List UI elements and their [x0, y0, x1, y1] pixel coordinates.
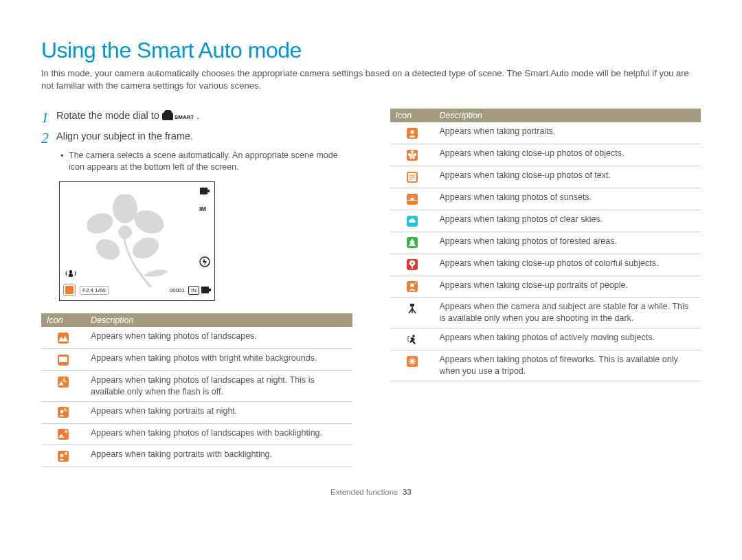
selected-scene-highlight [63, 284, 76, 296]
scene-icon-cell [390, 254, 434, 276]
scene-description: Appears when taking portraits with backl… [85, 445, 352, 467]
scene-description: Appears when taking close-up photos of t… [434, 166, 701, 188]
macro-text-icon [407, 172, 418, 183]
night-land-icon [58, 377, 69, 388]
svg-rect-11 [69, 270, 72, 274]
svg-point-30 [413, 153, 416, 156]
svg-rect-7 [200, 188, 207, 194]
step-1: 1 Rotate the mode dial to SMART . [41, 109, 352, 125]
scene-description: Appears when the camera and subject are … [434, 298, 701, 328]
step-1-text: Rotate the mode dial to SMART . [56, 109, 199, 121]
scene-description: Appears when taking photos of forested a… [434, 232, 701, 254]
svg-rect-48 [410, 304, 414, 306]
scene-icon-cell [41, 370, 85, 401]
svg-point-46 [410, 283, 414, 287]
table-row: Appears when the camera and subject are … [390, 298, 701, 328]
landscape-icon [58, 333, 69, 344]
scene-description: Appears when taking photos of actively m… [434, 328, 701, 350]
scene-description: Appears when taking photos of landscapes… [85, 370, 352, 401]
scene-icon-table-right: Icon Description Appears when taking por… [390, 109, 701, 381]
scene-description: Appears when taking portraits at night. [85, 401, 352, 423]
backlight-land-icon [58, 429, 69, 440]
night-portrait-icon [58, 407, 69, 418]
anti-shake-icon [65, 268, 76, 281]
table-row: Appears when taking photos of actively m… [390, 328, 701, 350]
scene-icon-cell [390, 188, 434, 210]
th-icon: Icon [41, 313, 85, 327]
svg-point-25 [65, 452, 67, 455]
svg-rect-14 [209, 289, 211, 291]
svg-rect-45 [412, 265, 413, 269]
step-1-text-b: . [196, 110, 199, 121]
scene-icon-cell [390, 210, 434, 232]
svg-point-47 [415, 282, 416, 284]
svg-rect-16 [59, 362, 67, 363]
page-footer: Extended functions 33 [41, 488, 701, 496]
left-column: 1 Rotate the mode dial to SMART . 2 Al [41, 109, 352, 467]
bullet-marker: • [60, 150, 69, 173]
close-portrait-icon [407, 281, 418, 292]
th-icon: Icon [390, 109, 434, 122]
scene-description: Appears when taking close-up photos of c… [434, 254, 701, 276]
svg-rect-13 [201, 287, 209, 293]
table-row: Appears when taking photos of landscapes… [41, 423, 352, 445]
svg-point-33 [412, 156, 415, 159]
svg-point-65 [411, 360, 413, 362]
svg-line-42 [409, 197, 410, 198]
page-title: Using the Smart Auto mode [41, 38, 701, 63]
footer-page-number: 33 [403, 488, 412, 496]
battery-full-icon [201, 287, 211, 293]
portrait-icon [407, 128, 418, 139]
tripod-icon [407, 303, 418, 314]
scene-icon-table-left: Icon Description Appears when taking pho… [41, 313, 352, 467]
th-description: Description [85, 313, 352, 327]
scene-description: Appears when taking photos of sunsets. [434, 188, 701, 210]
svg-point-18 [65, 377, 68, 381]
lcd-bottom-bar: F2.4 1/60 00001 IN [63, 284, 211, 296]
step-2-bullet: • The camera selects a scene automatical… [60, 150, 352, 173]
table-row: Appears when taking close-up photos of o… [390, 144, 701, 166]
table-row: Appears when taking portraits at night. [41, 401, 352, 423]
table-row: Appears when taking photos with bright w… [41, 349, 352, 371]
step-2-bullet-text: The camera selects a scene automatically… [69, 150, 352, 173]
svg-point-4 [129, 234, 162, 262]
manual-page: Using the Smart Auto mode In this mode, … [0, 0, 742, 510]
right-column: Icon Description Appears when taking por… [390, 109, 701, 467]
table-row: Appears when taking close-up photos of t… [390, 166, 701, 188]
scene-description: Appears when taking photos of clear skie… [434, 210, 701, 232]
svg-point-6 [87, 210, 116, 237]
scene-icon-cell [41, 445, 85, 467]
intro-text: In this mode, your camera automatically … [41, 67, 701, 92]
table-row: Appears when taking photos of clear skie… [390, 210, 701, 232]
fireworks-icon [407, 356, 418, 367]
svg-point-5 [92, 235, 123, 264]
scene-icon-cell [390, 298, 434, 328]
frame-counter: 00001 [170, 287, 185, 293]
svg-line-43 [414, 197, 416, 198]
svg-point-31 [407, 153, 411, 156]
scene-icon-cell [390, 276, 434, 298]
scene-description: Appears when taking close-up photos of o… [434, 144, 701, 166]
lcd-illustration: IM F2.4 1/60 00001 IN [59, 181, 215, 301]
forest-icon [407, 237, 418, 248]
svg-point-27 [410, 130, 414, 133]
action-icon [407, 334, 418, 345]
scene-icon-cell [390, 232, 434, 254]
scene-description: Appears when taking photos with bright w… [85, 349, 352, 371]
svg-rect-40 [407, 200, 417, 201]
flash-off-icon [199, 256, 210, 267]
exposure-readout: F2.4 1/60 [80, 286, 109, 295]
scene-description: Appears when taking portraits. [434, 122, 701, 144]
flower-silhouette-icon [87, 194, 190, 291]
svg-point-22 [65, 430, 67, 433]
svg-point-53 [412, 335, 415, 337]
scene-description: Appears when taking photos of landscapes… [85, 327, 352, 348]
memory-in-icon: IN [188, 286, 199, 295]
scene-icon-cell [390, 328, 434, 350]
scene-icon-cell [390, 166, 434, 188]
table-row: Appears when taking portraits. [390, 122, 701, 144]
svg-point-28 [411, 153, 413, 155]
white-icon [58, 355, 69, 366]
macro-color-icon [407, 259, 418, 270]
im-label-icon: IM [199, 204, 210, 212]
